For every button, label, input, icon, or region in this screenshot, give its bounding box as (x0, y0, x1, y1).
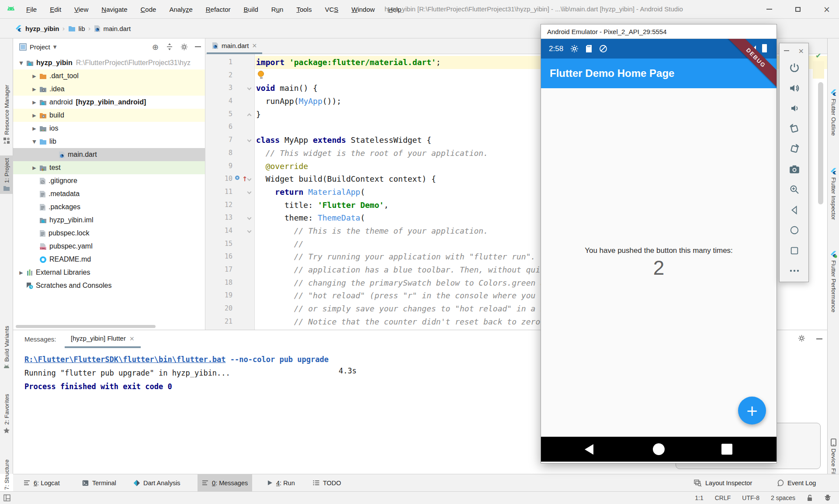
emulator-title-bar[interactable]: Android Emulator - Pixel_2_API_29:5554 (541, 24, 777, 39)
minimize-button[interactable] (757, 0, 781, 18)
tree-item-test[interactable]: ▶test (13, 161, 205, 174)
tab-flutter-messages[interactable]: [hyzp_yibin] Flutter × (65, 330, 141, 348)
menu-item-analyze[interactable]: Analyze (164, 4, 198, 15)
emulator-camera-icon[interactable] (780, 161, 809, 178)
project-panel-header[interactable]: Project ▼ ⊕ (13, 38, 205, 55)
fold-marker-icon[interactable] (247, 177, 252, 181)
fold-marker-icon[interactable] (247, 86, 252, 90)
tree-collapse-arrow-icon[interactable]: ▶ (31, 113, 37, 118)
tree-collapse-arrow-icon[interactable]: ▶ (31, 73, 37, 79)
emulator-more-icon[interactable] (780, 262, 809, 280)
emulator-power-icon[interactable] (780, 59, 809, 76)
fold-marker-icon[interactable] (247, 228, 252, 233)
emulator-home-icon[interactable] (780, 221, 809, 239)
sidebar-item-build-variants[interactable]: Build Variants (0, 323, 13, 372)
gear-icon[interactable] (798, 335, 805, 342)
locate-file-icon[interactable]: ⊕ (152, 42, 159, 52)
menu-item-file[interactable]: File (21, 4, 42, 15)
tree-item-lib[interactable]: ▼lib (13, 135, 205, 148)
toolwindow-button-layout-inspector[interactable]: Layout Inspector (690, 474, 756, 491)
close-icon[interactable]: × (129, 335, 135, 342)
toolwindow-button-4-run[interactable]: 4: Run (263, 474, 299, 491)
tree-item-build[interactable]: ▶build (13, 109, 205, 122)
menu-item-navigate[interactable]: Navigate (96, 4, 132, 15)
status-segment-1-1[interactable]: 1:1 (695, 494, 703, 501)
intention-bulb-icon[interactable] (258, 71, 264, 77)
breadcrumb-item-hyzp_yibin[interactable]: hyzp_yibin (25, 25, 59, 32)
tree-item--idea[interactable]: ▶.idea (13, 83, 205, 96)
toolwindow-button-6-logcat[interactable]: 6: Logcat (19, 474, 64, 491)
emulator-back-icon[interactable] (780, 201, 809, 219)
emulator-zoom-icon[interactable] (780, 181, 809, 198)
inspection-ok-icon[interactable]: ✔ (815, 52, 821, 60)
sidebar-item-resource-manager[interactable]: Resource Manager (0, 82, 13, 147)
fold-marker-icon[interactable] (247, 138, 252, 142)
tree-item-android[interactable]: ▶android[hyzp_yibin_android] (13, 96, 205, 109)
tree-item-ios[interactable]: ▶ios (13, 122, 205, 135)
close-button[interactable]: × (815, 0, 839, 18)
tree-item-external-libraries[interactable]: ▶External Libraries (13, 266, 205, 279)
menu-item-tools[interactable]: Tools (291, 4, 317, 15)
sidebar-item-1-project[interactable]: 1: Project (0, 155, 13, 194)
menu-item-code[interactable]: Code (135, 4, 162, 15)
tree-item--metadata[interactable]: .metadata (13, 187, 205, 200)
sidebar-item-flutter-performance[interactable]: Flutter Performance (828, 249, 839, 314)
breadcrumb-item-main.dart[interactable]: main.dart (104, 25, 131, 32)
tree-item-hyzp-yibin-iml[interactable]: hyzp_yibin.iml (13, 214, 205, 227)
emulator-volume-up-icon[interactable] (780, 79, 809, 97)
tree-item-pubspec-yaml[interactable]: YMLpubspec.yaml (13, 240, 205, 253)
tab-main-dart[interactable]: main.dart × (207, 38, 262, 54)
tree-item-main-dart[interactable]: main.dart (13, 148, 205, 161)
gear-icon[interactable] (180, 43, 188, 51)
editor-scrollbar[interactable] (818, 82, 823, 204)
menu-item-window[interactable]: Window (346, 4, 380, 15)
tree-item-readme-md[interactable]: README.md (13, 253, 205, 266)
collapse-all-icon[interactable] (166, 43, 173, 51)
override-marker-icon[interactable] (235, 176, 239, 180)
tree-collapse-arrow-icon[interactable]: ▶ (18, 270, 24, 276)
sidebar-item-flutter-outline[interactable]: Flutter Outline (828, 87, 839, 138)
menu-item-view[interactable]: View (69, 4, 94, 15)
tree-item--dart-tool[interactable]: ▶.dart_tool (13, 69, 205, 83)
toolwindow-button-terminal[interactable]: Terminal (78, 474, 121, 491)
menu-item-refactor[interactable]: Refactor (201, 4, 236, 15)
tree-item-pubspec-lock[interactable]: pubspec.lock (13, 227, 205, 240)
emulator-close-icon[interactable]: × (798, 47, 804, 55)
emulator-overview-icon[interactable] (780, 242, 809, 259)
hide-panel-icon[interactable] (195, 46, 201, 47)
nav-home-button[interactable] (653, 443, 665, 455)
status-segment-crlf[interactable]: CRLF (715, 494, 731, 501)
menu-item-build[interactable]: Build (238, 4, 263, 15)
horizontal-scrollbar[interactable] (16, 325, 156, 328)
menu-item-run[interactable]: Run (266, 4, 289, 15)
tree-collapse-arrow-icon[interactable]: ▶ (31, 100, 37, 105)
sidebar-item-2-favorites[interactable]: 2: Favorites (0, 391, 13, 437)
tree-collapse-arrow-icon[interactable]: ▶ (31, 126, 37, 131)
tree-collapse-arrow-icon[interactable]: ▶ (31, 165, 37, 171)
status-segment-utf-8[interactable]: UTF-8 (742, 494, 759, 501)
nav-back-button[interactable] (585, 444, 593, 455)
tree-item--gitignore[interactable]: .gitignore (13, 174, 205, 187)
fold-marker-icon[interactable] (247, 216, 252, 220)
toolwindow-button-0-messages[interactable]: 0: Messages (198, 474, 252, 491)
nav-recents-button[interactable] (721, 444, 732, 455)
toolwindow-button-dart-analysis[interactable]: Dart Analysis (129, 474, 185, 491)
tree-item-hyzp-yibin[interactable]: ▼hyzp_yibinR:\FlutterProject\FlutterProj… (13, 56, 205, 69)
tree-collapse-arrow-icon[interactable]: ▶ (31, 86, 37, 92)
emulator-rotate-left-icon[interactable] (780, 120, 809, 138)
tree-expanded-arrow-icon[interactable]: ▼ (18, 60, 24, 66)
tree-item--packages[interactable]: .packages (13, 200, 205, 214)
emulator-minimize-icon[interactable] (784, 50, 789, 51)
fab-increment-button[interactable]: + (738, 397, 766, 425)
toolwindow-grid-icon[interactable] (3, 494, 10, 501)
status-segment-2-spaces[interactable]: 2 spaces (771, 494, 795, 501)
tree-expanded-arrow-icon[interactable]: ▼ (31, 139, 37, 145)
emulator-volume-down-icon[interactable] (780, 100, 809, 117)
maximize-button[interactable] (786, 0, 810, 18)
hide-panel-icon[interactable] (816, 338, 822, 339)
sidebar-item-flutter-inspector[interactable]: Flutter Inspector (828, 166, 839, 222)
toolwindow-button-event-log[interactable]: Event Log (773, 474, 820, 491)
menu-item-vcs[interactable]: VCS (319, 4, 343, 15)
emulator-rotate-right-icon[interactable] (780, 140, 809, 158)
tree-item-scratches-and-consoles[interactable]: Scratches and Consoles (13, 279, 205, 292)
